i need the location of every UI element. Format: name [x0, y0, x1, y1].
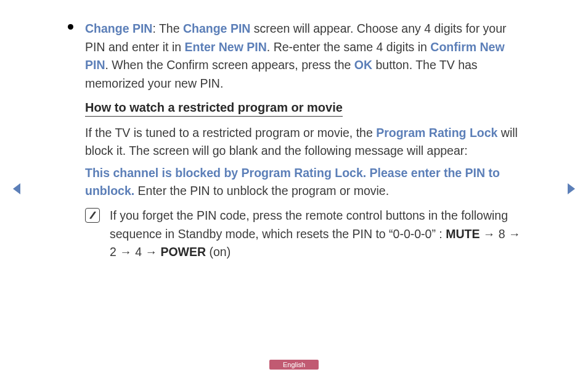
section-heading: How to watch a restricted program or mov…	[85, 101, 343, 117]
bullet-dot-icon	[68, 24, 73, 30]
text: : The	[152, 22, 183, 35]
program-rating-lock-label: Program Rating Lock	[376, 126, 497, 139]
ok-label: OK	[354, 58, 372, 72]
text: . Re-enter the same 4 digits in	[267, 40, 431, 54]
language-badge: English	[269, 360, 319, 370]
page-content: Change PIN: The Change PIN screen will a…	[68, 20, 529, 262]
text: If the TV is tuned to a restricted progr…	[85, 126, 376, 139]
enter-new-pin-label: Enter New PIN	[185, 40, 267, 54]
blocked-message: This channel is blocked by Program Ratin…	[85, 164, 529, 201]
text: Enter the PIN to unblock the program or …	[134, 184, 389, 197]
note-icon	[85, 208, 100, 223]
change-pin-label: Change PIN	[85, 22, 152, 35]
next-page-button[interactable]	[566, 182, 577, 198]
text: (on)	[206, 245, 231, 259]
prev-page-button[interactable]	[11, 182, 22, 198]
power-button-label: POWER	[160, 245, 206, 259]
mute-button-label: MUTE	[446, 227, 480, 241]
change-pin-screen-label: Change PIN	[183, 22, 250, 35]
restricted-intro: If the TV is tuned to a restricted progr…	[85, 124, 529, 160]
text: . When the Confirm screen appears, press…	[105, 58, 354, 72]
pin-reset-note: If you forget the PIN code, press the re…	[85, 207, 529, 262]
change-pin-bullet: Change PIN: The Change PIN screen will a…	[68, 20, 529, 93]
